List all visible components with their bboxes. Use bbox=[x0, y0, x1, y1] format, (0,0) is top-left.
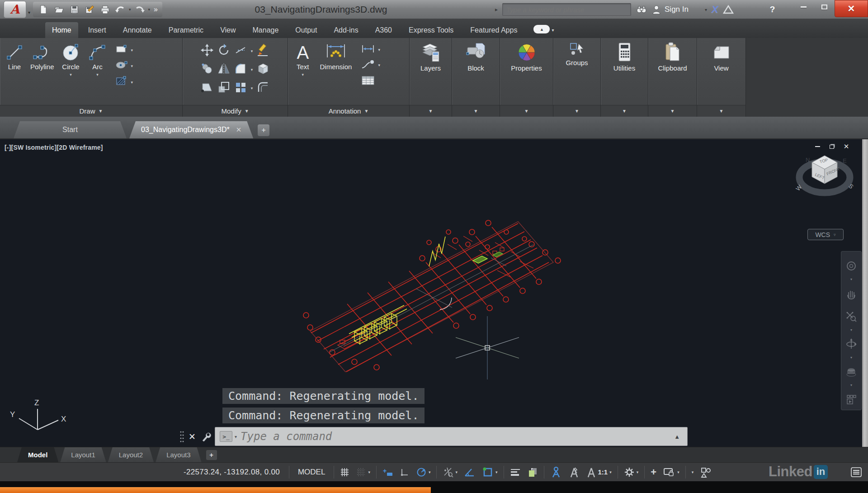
viewport-scrollbar[interactable] bbox=[862, 139, 868, 447]
showmotion-caret-icon[interactable]: ▾ bbox=[850, 384, 852, 387]
ortho-mode-button[interactable] bbox=[396, 465, 413, 479]
command-input-field[interactable]: >_ ▾ ▲ bbox=[215, 427, 688, 446]
annotation-scale-button[interactable]: 1:1 ▾ bbox=[583, 465, 615, 479]
circle-button[interactable]: Circle ▾ bbox=[57, 41, 85, 105]
arc-dropdown-icon[interactable]: ▾ bbox=[96, 71, 99, 79]
array-button[interactable] bbox=[234, 81, 247, 95]
ribbon-tab-output[interactable]: Output bbox=[288, 22, 324, 38]
layers-panel-footer[interactable]: ▼ bbox=[410, 105, 452, 117]
text-button[interactable]: A Text ▾ bbox=[293, 41, 312, 105]
new-file-button[interactable] bbox=[36, 3, 51, 16]
ribbon-display-caret-icon[interactable]: ▾ bbox=[552, 28, 554, 33]
hatch-dropdown-icon[interactable]: ▾ bbox=[131, 80, 133, 85]
mirror-button[interactable] bbox=[217, 62, 230, 77]
block-panel-footer[interactable]: ▼ bbox=[452, 105, 500, 117]
save-as-button[interactable] bbox=[82, 3, 97, 16]
draw-panel-footer[interactable]: Draw▼ bbox=[0, 105, 182, 117]
ribbon-display-toggle-button[interactable]: ▲ bbox=[533, 25, 550, 33]
isolate-objects-button[interactable] bbox=[697, 465, 715, 479]
ribbon-tab-parametric[interactable]: Parametric bbox=[162, 22, 210, 38]
undo-button[interactable] bbox=[113, 3, 128, 16]
ribbon-tab-insert[interactable]: Insert bbox=[81, 22, 113, 38]
new-drawing-tab-button[interactable]: + bbox=[258, 124, 269, 136]
arc-button[interactable]: Arc ▾ bbox=[85, 41, 111, 105]
coordinates-display[interactable]: -22573.24, -13192.08, 0.00 bbox=[177, 465, 286, 479]
linear-dimension-dropdown-icon[interactable]: ▾ bbox=[378, 47, 380, 52]
hatch-button[interactable] bbox=[114, 76, 129, 89]
motion-browser-button[interactable] bbox=[845, 389, 857, 410]
viewport-controls-label[interactable]: [-][SW Isometric][2D Wireframe] bbox=[5, 144, 103, 151]
search-collapse-icon[interactable]: ▸ bbox=[495, 6, 498, 13]
scale-button[interactable] bbox=[217, 81, 230, 95]
polar-tracking-button[interactable]: ▾ bbox=[413, 465, 434, 479]
orbit-button[interactable] bbox=[845, 333, 857, 355]
ribbon-tab-view[interactable]: View bbox=[213, 22, 242, 38]
polar-caret-icon[interactable]: ▾ bbox=[429, 470, 431, 474]
ribbon-tab-annotate[interactable]: Annotate bbox=[116, 22, 159, 38]
status-overflow-caret-icon[interactable]: ▾ bbox=[689, 465, 697, 479]
groups-panel-footer[interactable]: ▼ bbox=[553, 105, 600, 117]
modify-panel-footer[interactable]: Modify▼ bbox=[183, 105, 288, 117]
command-close-icon[interactable]: ✕ bbox=[189, 431, 196, 442]
layout-tab-layout3[interactable]: Layout3 bbox=[156, 447, 201, 462]
osnap-tracking-caret-icon[interactable]: ▾ bbox=[455, 470, 458, 474]
workspace-caret-icon[interactable]: ▾ bbox=[637, 470, 639, 474]
orbit-caret-icon[interactable]: ▾ bbox=[850, 356, 852, 359]
hardware-caret-icon[interactable]: ▾ bbox=[677, 470, 679, 474]
pan-button[interactable] bbox=[845, 283, 857, 304]
help-button[interactable]: ? bbox=[770, 3, 775, 16]
linear-dimension-button[interactable] bbox=[360, 44, 376, 55]
model-space-viewport[interactable]: Z X Y [-][SW Isometric][2D Wireframe] ✕ … bbox=[0, 139, 868, 447]
ribbon-tab-featured-apps[interactable]: Featured Apps bbox=[463, 22, 524, 38]
save-button[interactable] bbox=[66, 3, 82, 16]
text-dropdown-icon[interactable]: ▾ bbox=[302, 71, 304, 79]
line-button[interactable]: Line bbox=[2, 41, 27, 105]
layers-button[interactable]: Layers bbox=[420, 41, 441, 105]
redo-history-caret-icon[interactable]: ▾ bbox=[148, 7, 151, 12]
file-tab-document[interactable]: 03_NavigatingDrawings3D* ✕ bbox=[129, 121, 253, 138]
command-customize-wrench-icon[interactable] bbox=[200, 431, 211, 442]
dimension-button[interactable]: Dimension bbox=[317, 41, 355, 105]
ellipse-dropdown-icon[interactable]: ▾ bbox=[131, 64, 133, 68]
a360-button[interactable] bbox=[723, 3, 734, 16]
undo-history-caret-icon[interactable]: ▾ bbox=[129, 7, 131, 12]
groups-button[interactable]: Groups bbox=[566, 41, 588, 105]
trim-button[interactable] bbox=[234, 44, 247, 58]
model-space-toggle[interactable]: MODEL bbox=[292, 465, 331, 479]
plot-button[interactable] bbox=[97, 3, 113, 16]
leader-button[interactable] bbox=[360, 59, 376, 71]
ribbon-tab-a360[interactable]: A360 bbox=[368, 22, 399, 38]
document-tab-close-icon[interactable]: ✕ bbox=[236, 126, 242, 134]
view-button[interactable]: View bbox=[711, 41, 732, 105]
layout-tab-model[interactable]: Model bbox=[17, 447, 58, 462]
properties-panel-footer[interactable]: ▼ bbox=[500, 105, 553, 117]
fillet-button[interactable] bbox=[234, 62, 247, 77]
dynamic-input-button[interactable]: + bbox=[379, 465, 396, 479]
view-panel-footer[interactable]: ▼ bbox=[697, 105, 745, 117]
table-button[interactable] bbox=[360, 75, 376, 88]
command-recent-caret-icon[interactable]: ▾ bbox=[235, 434, 237, 439]
new-layout-button[interactable]: + bbox=[206, 450, 217, 460]
grid-caret-icon[interactable]: ▾ bbox=[368, 470, 370, 474]
command-expand-icon[interactable]: ▲ bbox=[674, 433, 680, 440]
autodesk-exchange-icon[interactable]: X bbox=[712, 3, 718, 16]
maximize-button[interactable] bbox=[814, 0, 835, 14]
object-snap-tracking-button[interactable]: ▾ bbox=[439, 465, 461, 479]
clipboard-button[interactable]: Clipboard bbox=[658, 41, 687, 105]
showmotion-button[interactable] bbox=[845, 361, 857, 382]
copy-button[interactable] bbox=[201, 62, 213, 77]
navigation-wheel-button[interactable] bbox=[845, 255, 857, 276]
navigation-wheel-caret-icon[interactable]: ▾ bbox=[850, 278, 852, 281]
explode-button[interactable] bbox=[257, 62, 269, 77]
annotation-autoscale-button[interactable] bbox=[565, 465, 583, 479]
array-dropdown-icon[interactable]: ▾ bbox=[251, 86, 253, 90]
qat-customize-button[interactable]: » bbox=[154, 5, 157, 14]
ribbon-tab-home[interactable]: Home bbox=[45, 22, 78, 38]
command-input[interactable] bbox=[241, 430, 674, 443]
redo-button[interactable] bbox=[132, 3, 147, 16]
sign-in-button[interactable]: Sign In bbox=[652, 3, 689, 16]
file-tab-start[interactable]: Start bbox=[14, 121, 127, 138]
application-menu-caret-icon[interactable]: ▾ bbox=[28, 10, 30, 15]
move-button[interactable] bbox=[201, 44, 213, 58]
layout-tab-layout2[interactable]: Layout2 bbox=[108, 447, 154, 462]
